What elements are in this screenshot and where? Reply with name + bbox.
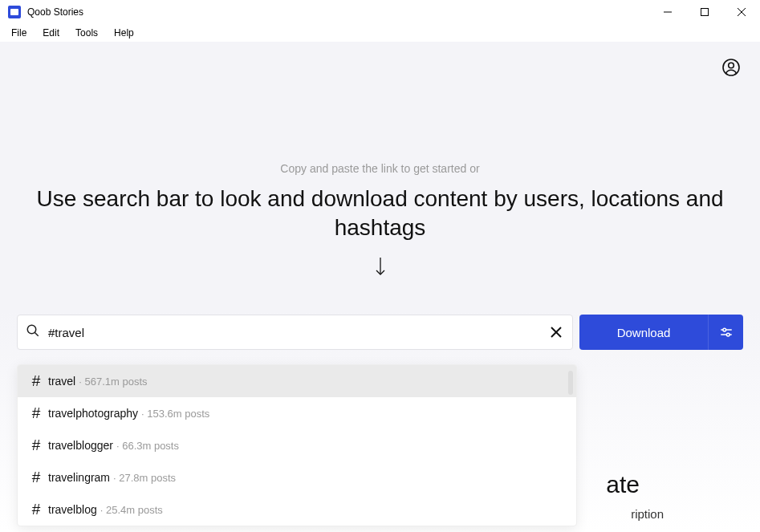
menu-file[interactable]: File — [3, 26, 35, 40]
suggestion-item[interactable]: #travelblogger66.3m posts — [18, 429, 576, 461]
suggestion-item[interactable]: #travelblog25.4m posts — [18, 493, 576, 526]
menu-edit[interactable]: Edit — [35, 26, 67, 40]
hashtag-icon: # — [26, 404, 47, 422]
suggestion-tag: travel — [48, 375, 75, 388]
svg-point-14 — [726, 333, 730, 336]
svg-point-7 — [27, 325, 36, 334]
hashtag-icon: # — [26, 469, 47, 486]
maximize-button[interactable] — [686, 0, 723, 24]
hero-headline: Use search bar to look and download cont… — [0, 185, 760, 243]
window-controls — [649, 0, 760, 24]
svg-rect-1 — [701, 9, 709, 16]
sliders-icon — [719, 325, 734, 339]
suggestion-tag: travelingram — [48, 471, 110, 484]
search-suggestions: #travel567.1m posts#travelphotography153… — [17, 364, 577, 526]
suggestion-count: 25.4m posts — [100, 504, 163, 516]
search-row: Download — [17, 315, 743, 350]
hero: Copy and paste the link to get started o… — [0, 162, 760, 243]
profile-button[interactable] — [721, 58, 741, 77]
suggestion-item[interactable]: #travelingram27.8m posts — [18, 461, 576, 493]
svg-point-12 — [722, 328, 725, 331]
download-button-group: Download — [579, 315, 743, 350]
hero-subtitle: Copy and paste the link to get started o… — [0, 162, 760, 175]
app-icon — [8, 6, 21, 18]
app-title: Qoob Stories — [27, 6, 83, 18]
clear-button[interactable] — [548, 324, 564, 340]
search-box — [17, 315, 573, 350]
suggestion-count: 567.1m posts — [79, 376, 147, 388]
download-settings-button[interactable] — [708, 315, 743, 350]
suggestion-count: 27.8m posts — [113, 472, 176, 484]
suggestion-count: 66.3m posts — [116, 440, 179, 452]
suggestion-tag: travelphotography — [48, 407, 138, 420]
scroll-thumb[interactable] — [568, 371, 573, 395]
minimize-button[interactable] — [649, 0, 686, 24]
close-button[interactable] — [723, 0, 760, 24]
teaser-title-fragment: ate — [606, 471, 640, 498]
svg-line-8 — [35, 332, 39, 336]
menubar: File Edit Tools Help — [0, 24, 760, 42]
suggestion-item[interactable]: #travelphotography153.6m posts — [18, 397, 576, 429]
teaser-subtitle-fragment: ription — [631, 507, 664, 521]
hashtag-icon: # — [26, 372, 47, 390]
hashtag-icon: # — [26, 437, 47, 454]
menu-tools[interactable]: Tools — [67, 26, 106, 40]
svg-point-5 — [729, 63, 734, 68]
close-icon — [551, 327, 562, 338]
menu-help[interactable]: Help — [106, 26, 142, 40]
suggestion-tag: travelblog — [48, 503, 97, 516]
main-area: Copy and paste the link to get started o… — [0, 42, 760, 532]
search-icon — [26, 323, 40, 341]
titlebar: Qoob Stories — [0, 0, 760, 24]
suggestion-item[interactable]: #travel567.1m posts — [18, 365, 576, 397]
suggestion-count: 153.6m posts — [141, 408, 209, 420]
suggestion-tag: travelblogger — [48, 439, 113, 452]
profile-icon — [721, 58, 741, 77]
download-button[interactable]: Download — [579, 315, 708, 350]
down-arrow-icon — [374, 255, 387, 276]
search-input[interactable] — [40, 315, 548, 349]
hashtag-icon: # — [26, 501, 47, 518]
